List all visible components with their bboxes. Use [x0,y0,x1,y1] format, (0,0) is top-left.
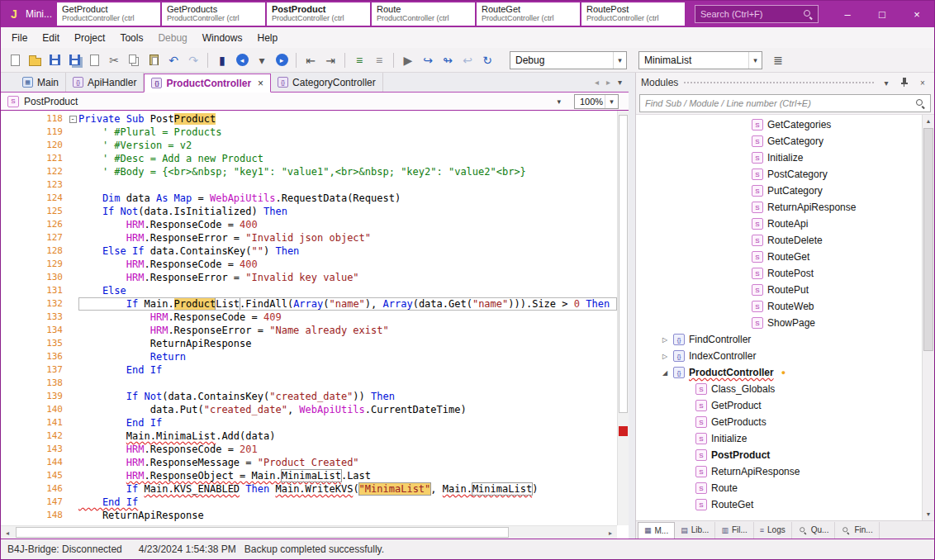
tree-item-routepost[interactable]: SRoutePost [636,265,921,282]
tab-apihandler[interactable]: {}ApiHandler [66,73,144,92]
code-text[interactable]: data.Put("created_date", WebApiUtils.Cur… [78,403,617,416]
chevron-down-icon[interactable]: ▾ [748,52,762,69]
code-text[interactable]: Main.MinimaList.Add(data) [78,429,617,443]
bookmark-tab-routepost[interactable]: RoutePostProductController (ctrl [581,2,685,26]
scroll-down-icon[interactable]: ▼ [923,508,934,520]
code-text[interactable]: If Not(data.IsInitialized) Then [78,205,617,218]
tree-item-returnapiresponse[interactable]: SReturnApiResponse [636,463,921,480]
breakpoint-gutter[interactable] [1,337,39,350]
editor-horizontal-scrollbar[interactable]: ◂ ▸ [1,525,617,539]
menu-project[interactable]: Project [67,29,112,47]
breakpoint-gutter[interactable] [1,482,39,496]
close-button[interactable]: × [899,1,934,27]
tree-item-findcontroller[interactable]: ▷{}FindController [636,331,921,348]
scroll-left-icon[interactable]: ◂ [1,526,14,539]
code-text[interactable]: HRM.ResponseCode = 400 [78,218,617,231]
menu-file[interactable]: File [4,29,35,47]
chevron-down-icon[interactable]: ▾ [613,52,626,69]
tree-item-productcontroller[interactable]: ◢{}ProductController● [636,364,921,381]
code-text[interactable] [78,178,617,192]
code-text[interactable]: End If [78,416,617,429]
tree-item-postproduct[interactable]: SPostProduct [636,447,921,463]
save-all-icon[interactable] [65,51,83,69]
scrollbar-thumb[interactable] [16,527,509,538]
sub-selector-dropdown-icon[interactable]: ▾ [557,97,569,106]
fold-collapse-icon[interactable]: - [69,116,77,123]
module-search-input[interactable] [645,98,915,108]
breakpoint-gutter[interactable] [1,363,39,377]
panel-splitter[interactable] [629,73,635,539]
breakpoint-gutter[interactable] [1,311,39,324]
menu-debug[interactable]: Debug [150,29,194,47]
code-text[interactable]: Return [78,350,617,363]
breakpoint-gutter[interactable] [1,271,39,284]
breakpoint-gutter[interactable] [1,509,39,522]
back-history-icon[interactable]: ▾ [253,51,271,69]
redo-icon[interactable]: ↷ [184,51,202,69]
breakpoint-gutter[interactable] [1,297,39,311]
bookmark-tab-postproduct[interactable]: PostProductProductController (ctrl [267,2,370,26]
menu-windows[interactable]: Windows [195,29,250,47]
chevron-down-icon[interactable]: ▾ [605,95,618,108]
build-configuration-combo[interactable]: Debug ▾ [510,51,627,69]
tab-productcontroller[interactable]: {}ProductController× [144,74,271,93]
editor-vertical-scrollbar[interactable] [617,111,629,525]
code-text[interactable]: HRM.ResponseError = "Name already exist" [78,324,617,337]
code-text[interactable]: HRM.ResponseCode = 201 [78,443,617,456]
collapsed-arrow-icon[interactable]: ▷ [661,336,669,344]
tree-item-class_globals[interactable]: SClass_Globals [636,381,921,397]
tree-item-routeget[interactable]: SRouteGet [636,496,921,513]
comment-icon[interactable]: ≡ [350,51,368,69]
code-text[interactable]: ' #Version = v2 [78,139,617,152]
undo-icon[interactable]: ↶ [164,51,183,69]
code-text[interactable]: If Not(data.ContainsKey("created_date"))… [78,390,617,403]
breakpoint-gutter[interactable] [1,390,39,403]
bookmark-icon[interactable]: ▮ [213,51,231,69]
tree-item-postcategory[interactable]: SPostCategory [636,166,921,183]
breakpoint-gutter[interactable] [1,192,39,205]
indent-icon[interactable]: ⇥ [321,51,339,69]
tree-item-getproducts[interactable]: SGetProducts [636,414,921,430]
zoom-combo[interactable]: 100% ▾ [574,94,619,109]
tree-item-routeput[interactable]: SRoutePut [636,282,921,298]
tab-list-icon[interactable]: ▾ [618,78,622,87]
breakpoint-gutter[interactable] [1,205,39,218]
breakpoint-gutter[interactable] [1,126,39,139]
navigate-back-icon[interactable]: ◂ [233,51,251,69]
search-icon[interactable] [915,98,925,108]
panel-tab-fil[interactable]: ▥Fil... [715,522,753,539]
code-text[interactable]: End If [78,496,617,509]
expanded-arrow-icon[interactable]: ◢ [661,369,669,377]
collapsed-arrow-icon[interactable]: ▷ [661,353,669,360]
code-text[interactable]: Else [78,284,617,297]
breakpoint-gutter[interactable] [1,218,39,231]
breakpoint-gutter[interactable] [1,231,39,244]
pin-icon[interactable] [898,77,911,88]
code-text[interactable]: If Main.ProductList.FindAll(Array("name"… [78,297,617,311]
breakpoint-gutter[interactable] [1,429,39,443]
menu-tools[interactable]: Tools [112,29,150,47]
breakpoint-gutter[interactable] [1,350,39,363]
breakpoint-gutter[interactable] [1,324,39,337]
tree-item-indexcontroller[interactable]: ▷{}IndexController [636,348,921,364]
code-text[interactable]: End If [78,363,617,377]
code-text[interactable]: Private Sub PostProduct [78,112,617,126]
maximize-button[interactable]: □ [865,1,899,27]
tree-item-routeapi[interactable]: SRouteApi [636,216,921,232]
code-text[interactable]: ' #Plural = Products [78,126,617,139]
cut-icon[interactable]: ✂ [105,51,123,69]
code-text[interactable]: HRM.ResponseError = "Invalid json object… [78,231,617,244]
scroll-tabs-right-icon[interactable]: ▸ [606,78,610,87]
step-out-icon[interactable]: ↩ [458,51,477,69]
modules-filter-icon[interactable]: ≣ [769,51,787,69]
bookmark-tab-routeget[interactable]: RouteGetProductController (ctrl [477,2,580,26]
tree-item-getcategory[interactable]: SGetCategory [636,133,921,149]
tree-item-putcategory[interactable]: SPutCategory [636,183,921,199]
code-text[interactable]: If Main.KVS_ENABLED Then Main.WriteKVS("… [78,482,617,496]
panel-close-icon[interactable]: × [916,78,929,88]
code-text[interactable]: HRM.ResponseError = "Invalid key value" [78,271,617,284]
tree-item-getproduct[interactable]: SGetProduct [636,397,921,414]
breakpoint-gutter[interactable] [1,416,39,429]
export-icon[interactable] [85,51,103,69]
new-project-icon[interactable] [6,51,24,69]
